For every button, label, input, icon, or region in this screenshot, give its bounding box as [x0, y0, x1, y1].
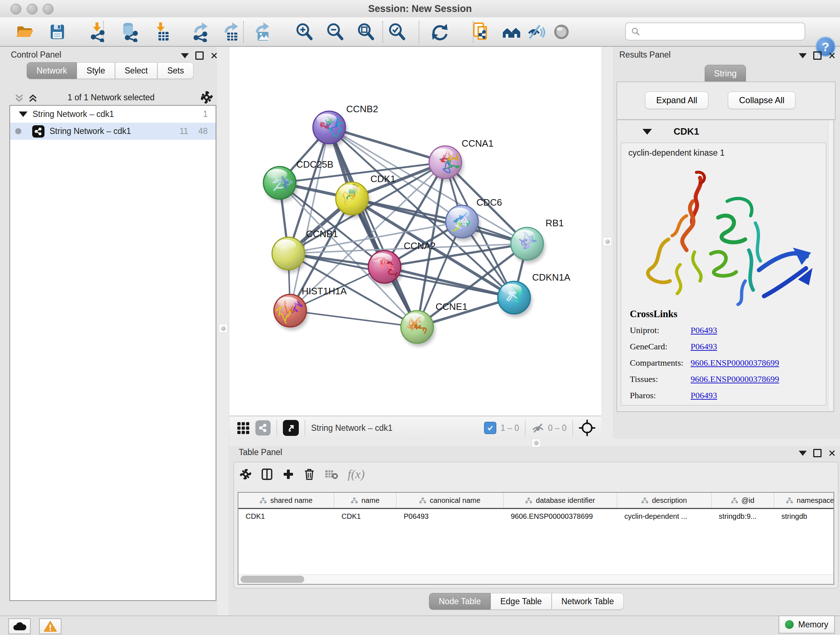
zoom-selected-icon[interactable] [385, 20, 409, 43]
show-all-icon[interactable] [550, 20, 573, 43]
crosslink-link[interactable]: 9606.ENSP00000378699 [691, 358, 779, 368]
table-cell[interactable]: P06493 [396, 512, 504, 521]
table-row[interactable]: CDK1CDK1P064939606.ENSP00000378699cyclin… [238, 509, 834, 524]
search-input[interactable] [640, 26, 794, 37]
column-header-shared-name[interactable]: shared name [238, 493, 334, 508]
zoom-in-icon[interactable] [293, 20, 316, 43]
refresh-icon[interactable] [428, 20, 452, 43]
delete-column-trash-icon[interactable] [303, 468, 315, 480]
save-session-icon[interactable] [46, 20, 69, 43]
network-edge[interactable] [385, 267, 514, 298]
import-network-database-icon[interactable] [118, 20, 141, 43]
gene-expander-icon[interactable] [643, 129, 652, 135]
tab-style[interactable]: Style [77, 62, 115, 79]
table-panel-float-icon[interactable] [813, 449, 821, 457]
table-cell[interactable]: 9606.ENSP00000378699 [504, 512, 617, 521]
selected-checkbox-icon[interactable] [484, 422, 496, 434]
collapse-all-button[interactable]: Collapse All [728, 92, 796, 109]
warning-status-button[interactable] [39, 618, 62, 634]
results-panel-menu-icon[interactable] [799, 53, 807, 58]
left-splitter[interactable] [217, 47, 229, 616]
import-network-file-icon[interactable] [86, 20, 109, 43]
results-panel-float-icon[interactable] [813, 51, 821, 60]
network-row[interactable]: String Network – cdk1 11 48 [10, 123, 216, 140]
toolbar-separator [418, 21, 419, 43]
open-session-icon[interactable] [13, 20, 36, 43]
export-network-icon[interactable] [189, 20, 213, 43]
column-header-namespace[interactable]: namespace [774, 493, 834, 508]
left-splitter-handle[interactable] [219, 324, 227, 333]
column-header-canonical-name[interactable]: canonical name [396, 493, 504, 508]
network-edge[interactable] [290, 310, 417, 327]
tab-edge-table[interactable]: Edge Table [491, 593, 552, 610]
table-cell[interactable]: cyclin-dependent ... [617, 512, 712, 521]
collection-expander-icon[interactable] [19, 111, 27, 117]
network-node-CDKN1A[interactable] [498, 281, 532, 317]
clone-network-icon[interactable] [470, 20, 493, 43]
function-builder-icon[interactable]: f(x) [347, 467, 365, 481]
network-node-RB1[interactable] [511, 227, 545, 263]
results-panel-close-icon[interactable]: ✕ [828, 52, 836, 59]
column-header-name[interactable]: name [334, 493, 396, 508]
tab-node-table[interactable]: Node Table [429, 593, 491, 610]
export-image-icon[interactable] [251, 20, 274, 43]
network-node-CCNA1[interactable] [429, 146, 463, 182]
network-edge[interactable] [329, 127, 417, 327]
network-node-CDC25B[interactable] [264, 166, 298, 203]
hide-selection-icon[interactable] [524, 20, 548, 43]
network-edge[interactable] [290, 127, 329, 310]
table-cell[interactable]: stringdb:9... [712, 512, 774, 521]
table-horizontal-scrollbar[interactable] [238, 574, 834, 584]
control-panel-menu-icon[interactable] [181, 53, 189, 58]
memory-button[interactable]: Memory [778, 616, 835, 633]
delete-table-icon[interactable] [325, 469, 338, 480]
table-cell[interactable]: CDK1 [334, 512, 396, 521]
right-splitter-handle[interactable] [603, 237, 612, 246]
table-panel-menu-icon[interactable] [799, 451, 807, 456]
crosslink-link[interactable]: P06493 [691, 325, 717, 335]
selected-node-edge-counts: 1 – 0 [501, 423, 519, 433]
cloud-status-button[interactable] [8, 618, 31, 634]
tab-network[interactable]: Network [27, 62, 77, 79]
crosslink-link[interactable]: 9606.ENSP00000378699 [691, 374, 779, 384]
column-header-description[interactable]: description [617, 493, 712, 508]
tab-sets[interactable]: Sets [157, 62, 194, 79]
zoom-out-icon[interactable] [324, 20, 347, 43]
column-header-@id[interactable]: @id [712, 493, 774, 508]
table-cell[interactable]: stringdb [774, 512, 834, 521]
table-settings-gear-icon[interactable] [240, 469, 251, 480]
table-scrollbar-thumb[interactable] [240, 576, 304, 583]
fit-selected-crosshair-icon[interactable] [579, 420, 595, 436]
birds-eye-view-icon[interactable] [283, 420, 299, 436]
control-panel-float-icon[interactable] [195, 51, 204, 60]
network-collection-row[interactable]: String Network – cdk1 1 [10, 106, 216, 123]
grid-view-icon[interactable] [236, 421, 250, 435]
crosslink-link[interactable]: P06493 [691, 342, 717, 352]
table-panel-close-icon[interactable]: ✕ [828, 450, 836, 457]
tab-network-table[interactable]: Network Table [552, 593, 624, 610]
network-options-gear-icon[interactable] [201, 91, 213, 103]
hidden-eye-icon[interactable] [531, 423, 545, 433]
column-header-database-identifier[interactable]: database identifier [504, 493, 617, 508]
tab-select[interactable]: Select [115, 62, 158, 79]
table-toolbar-box: f(x) shared namenamecanonical namedataba… [233, 462, 838, 589]
tab-string[interactable]: String [705, 65, 746, 82]
table-cell[interactable]: CDK1 [238, 512, 334, 521]
network-node-CDK1[interactable] [336, 182, 370, 218]
first-neighbors-icon[interactable] [500, 20, 523, 43]
zoom-fit-icon[interactable] [354, 20, 377, 43]
show-columns-icon[interactable] [261, 468, 273, 480]
network-canvas[interactable]: CCNB2CCNA1CDC25BCDK1CDC6RB1CCNB1CCNA2CDK… [229, 47, 601, 416]
export-table-icon[interactable] [220, 20, 243, 43]
results-scrollbar[interactable] [828, 121, 833, 410]
network-node-CCNB2[interactable] [313, 111, 347, 147]
network-node-HIST1H1A[interactable] [274, 295, 308, 330]
create-column-icon[interactable] [283, 469, 294, 480]
network-view-share-icon[interactable] [256, 420, 271, 435]
crosslink-link[interactable]: P06493 [691, 391, 717, 401]
network-node-CDC6[interactable] [446, 205, 480, 241]
import-table-file-icon[interactable] [150, 20, 173, 43]
expand-all-button[interactable]: Expand All [645, 92, 708, 109]
window-title: Session: New Session [0, 3, 840, 14]
search-field[interactable] [625, 22, 805, 41]
